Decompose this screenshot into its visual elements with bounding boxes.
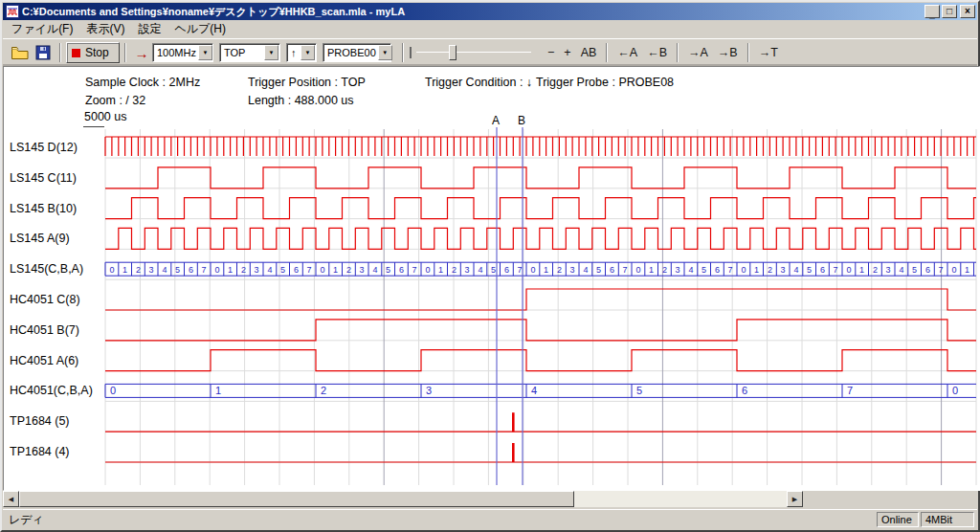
set-cursor-b-button[interactable]: →B — [713, 43, 743, 62]
app-window: C:¥Documents and Settings¥noname¥デスクトップ¥… — [0, 0, 980, 532]
stop-button[interactable]: Stop — [66, 42, 120, 63]
scroll-right-button[interactable]: ▶ — [787, 491, 803, 507]
slider-start-tick — [410, 47, 412, 58]
goto-cursor-a-button[interactable]: ←A — [612, 43, 642, 62]
status-online-badge: Online — [877, 512, 919, 527]
floppy-disk-icon — [35, 45, 51, 60]
waveform-panel: Sample Clock : 2MHz Trigger Position : T… — [3, 66, 980, 491]
trigger-probe-value: PROBE00 — [323, 47, 378, 58]
status-bar: レディ Online 4MBit — [3, 509, 977, 529]
signal-label: TP1684 (4) — [10, 445, 70, 459]
scrollbar-thumb[interactable] — [19, 491, 574, 507]
signal-label: LS145 D(12) — [10, 141, 78, 155]
dropdown-arrow-icon[interactable]: ▼ — [378, 45, 392, 60]
save-file-button[interactable] — [32, 42, 55, 63]
zoom-info: Zoom : / 32 — [85, 94, 145, 107]
cursor-a-label[interactable]: A — [492, 114, 500, 127]
toolbar-separator — [606, 43, 608, 62]
title-bar[interactable]: C:¥Documents and Settings¥noname¥デスクトップ¥… — [3, 3, 977, 20]
set-cursor-a-button[interactable]: →A — [683, 43, 713, 62]
sample-clock-info: Sample Clock : 2MHz — [85, 76, 200, 89]
toolbar-separator — [124, 43, 126, 62]
stop-icon — [72, 49, 80, 57]
sample-rate-value: 100MHz — [153, 47, 198, 58]
desktop: C:¥Documents and Settings¥noname¥デスクトップ¥… — [0, 0, 980, 532]
goto-cursor-b-button[interactable]: ←B — [642, 43, 672, 62]
ab-cursors-button[interactable]: AB — [576, 43, 602, 62]
toolbar: Stop → 100MHz ▼ TOP ▼ ↑ ▼ PROBE00 ▼ — [3, 38, 977, 66]
signal-label: LS145 B(10) — [10, 202, 77, 216]
run-button[interactable]: → — [131, 42, 152, 63]
zoom-out-button[interactable]: − — [543, 43, 559, 62]
length-info: Length : 488.000 us — [248, 94, 354, 107]
dropdown-arrow-icon[interactable]: ▼ — [198, 45, 212, 60]
close-button[interactable]: × — [960, 5, 975, 18]
menu-bar: ファイル(F) 表示(V) 設定 ヘルプ(H) — [3, 20, 977, 38]
run-arrow-icon: → — [135, 45, 149, 61]
app-icon — [6, 5, 19, 18]
maximize-button[interactable]: □ — [942, 5, 957, 18]
toolbar-separator — [747, 43, 749, 62]
slider-thumb[interactable] — [449, 45, 457, 60]
minimize-button[interactable]: _ — [924, 5, 940, 18]
status-memory-badge: 4MBit — [921, 512, 974, 527]
open-file-button[interactable] — [9, 42, 32, 63]
toolbar-separator — [59, 43, 61, 62]
trigger-condition-info: Trigger Condition : ↓ — [425, 76, 532, 89]
zoom-slider[interactable] — [409, 43, 535, 62]
sample-rate-combo[interactable]: 100MHz ▼ — [152, 43, 213, 62]
dropdown-arrow-icon[interactable]: ▼ — [301, 45, 315, 60]
window-title: C:¥Documents and Settings¥noname¥デスクトップ¥… — [22, 5, 923, 19]
signal-label: HC4051 C(8) — [10, 293, 80, 307]
menu-settings[interactable]: 設定 — [131, 19, 167, 39]
trigger-probe-info: Trigger Probe : PROBE08 — [536, 76, 674, 89]
scroll-left-button[interactable]: ◀ — [3, 491, 19, 507]
signal-label: HC4051 B(7) — [10, 323, 79, 338]
toolbar-separator — [402, 43, 404, 62]
trigger-position-value: TOP — [220, 47, 264, 58]
trigger-edge-combo[interactable]: ↑ ▼ — [286, 43, 317, 62]
zoom-in-button[interactable]: + — [559, 43, 575, 62]
signal-label: LS145(C,B,A) — [10, 262, 83, 277]
menu-file[interactable]: ファイル(F) — [5, 19, 79, 39]
signal-label: HC4051(C,B,A) — [10, 384, 93, 398]
trigger-position-combo[interactable]: TOP ▼ — [219, 43, 280, 62]
goto-trigger-button[interactable]: →T — [754, 43, 783, 62]
status-ready-text: レディ — [6, 512, 875, 528]
stop-label: Stop — [85, 46, 109, 59]
horizontal-scrollbar[interactable]: ◀ ▶ — [3, 491, 803, 507]
signal-label: HC4051 A(6) — [10, 354, 78, 368]
toolbar-separator — [677, 43, 679, 62]
trigger-position-info: Trigger Position : TOP — [248, 76, 366, 89]
open-folder-icon — [11, 45, 30, 60]
trigger-edge-value: ↑ — [287, 47, 301, 58]
signal-label: TP1684 (5) — [10, 414, 70, 429]
menu-help[interactable]: ヘルプ(H) — [167, 19, 233, 39]
signal-label: LS145 C(11) — [10, 171, 77, 186]
signal-label: LS145 A(9) — [10, 232, 70, 246]
time-division-label: 5000 us — [84, 110, 126, 123]
cursor-b-label[interactable]: B — [518, 114, 525, 127]
dropdown-arrow-icon[interactable]: ▼ — [264, 45, 278, 60]
menu-view[interactable]: 表示(V) — [79, 19, 131, 39]
time-scale-tick — [83, 126, 104, 127]
trigger-probe-combo[interactable]: PROBE00 ▼ — [323, 43, 391, 62]
slider-track[interactable] — [416, 52, 531, 53]
